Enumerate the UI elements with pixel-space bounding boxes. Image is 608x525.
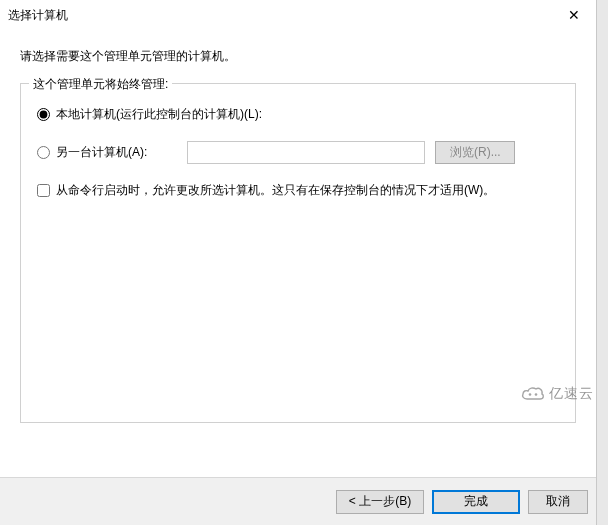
svg-point-0 <box>529 393 532 396</box>
dialog-window: 选择计算机 ✕ 请选择需要这个管理单元管理的计算机。 这个管理单元将始终管理: … <box>0 0 596 525</box>
close-button[interactable]: ✕ <box>551 0 596 30</box>
radio-local-computer[interactable] <box>37 108 50 121</box>
watermark: 亿速云 <box>520 385 594 403</box>
radio-local-label[interactable]: 本地计算机(运行此控制台的计算机)(L): <box>56 106 262 123</box>
radio-row-local: 本地计算机(运行此控制台的计算机)(L): <box>37 102 559 126</box>
cloud-icon <box>520 385 546 403</box>
management-groupbox: 这个管理单元将始终管理: 本地计算机(运行此控制台的计算机)(L): 另一台计算… <box>20 83 576 423</box>
allow-change-label[interactable]: 从命令行启动时，允许更改所选计算机。这只有在保存控制台的情况下才适用(W)。 <box>56 182 495 199</box>
finish-button[interactable]: 完成 <box>432 490 520 514</box>
right-edge-strip <box>596 0 608 525</box>
titlebar: 选择计算机 ✕ <box>0 0 596 30</box>
radio-another-computer[interactable] <box>37 146 50 159</box>
window-title: 选择计算机 <box>8 7 68 24</box>
instruction-text: 请选择需要这个管理单元管理的计算机。 <box>20 48 576 65</box>
computer-name-input[interactable] <box>187 141 425 164</box>
radio-row-another: 另一台计算机(A): 浏览(R)... <box>37 140 559 164</box>
button-bar: < 上一步(B) 完成 取消 <box>0 477 596 525</box>
watermark-text: 亿速云 <box>549 385 594 403</box>
allow-change-checkbox[interactable] <box>37 184 50 197</box>
close-icon: ✕ <box>568 7 580 23</box>
browse-button[interactable]: 浏览(R)... <box>435 141 515 164</box>
back-button[interactable]: < 上一步(B) <box>336 490 424 514</box>
content-area: 请选择需要这个管理单元管理的计算机。 这个管理单元将始终管理: 本地计算机(运行… <box>0 30 596 477</box>
checkbox-row: 从命令行启动时，允许更改所选计算机。这只有在保存控制台的情况下才适用(W)。 <box>37 182 559 199</box>
radio-another-label[interactable]: 另一台计算机(A): <box>56 144 147 161</box>
groupbox-legend: 这个管理单元将始终管理: <box>29 76 172 93</box>
svg-point-1 <box>535 393 538 396</box>
cancel-button[interactable]: 取消 <box>528 490 588 514</box>
